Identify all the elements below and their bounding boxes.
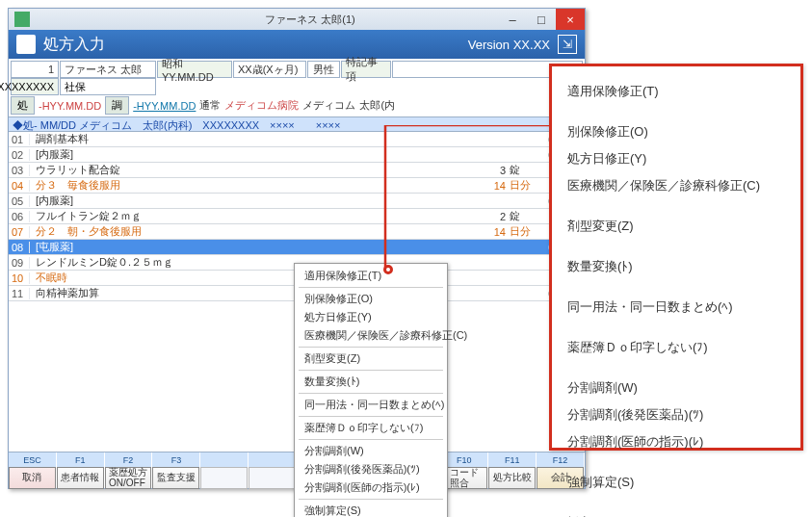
context-menu-item[interactable]: 分割調剤(W): [295, 442, 447, 460]
row-qty: 14: [450, 180, 508, 192]
version-label: Version XX.XX: [468, 38, 550, 52]
patient-dob: 昭和YY.MM.DD: [157, 61, 232, 78]
context-menu-item[interactable]: 分割調剤(後発医薬品)(ﾂ): [295, 460, 447, 478]
enlarged-menu-item: 分割調剤(後発医薬品)(ﾂ): [562, 401, 791, 428]
avatar-icon: [16, 35, 36, 54]
enlarged-menu-item: 挿入(I): [562, 509, 791, 517]
enlarged-menu-item: 適用保険修正(T): [562, 78, 791, 105]
row-unit: 日分: [508, 224, 546, 239]
enlarged-menu-item: 別保険修正(O): [562, 118, 791, 145]
fkey-label: F11: [488, 452, 537, 467]
hospital: メディコム病院: [224, 98, 299, 113]
note-label: 特記事項: [341, 61, 391, 78]
row-unit: 錠: [508, 209, 546, 223]
fkey-label: F2: [105, 452, 153, 467]
pill-tyo: 調: [105, 96, 129, 115]
fkey-label: [200, 452, 249, 467]
row-desc: [屯服薬]: [30, 240, 450, 254]
prescription-line: 処 -HYY.MM.DD 調 -HYY.MM.DD 通常 メディコム病院 メディ…: [9, 96, 585, 116]
fkey-label: ESC: [9, 452, 57, 467]
row-qty: 3: [450, 165, 508, 176]
enlarged-menu-item: 薬歴簿Ｄｏ印字しない(ﾌ): [562, 334, 791, 361]
table-row[interactable]: 05[内服薬](内): [9, 194, 585, 209]
doctor: 太郎(内: [359, 98, 395, 113]
context-menu-item[interactable]: 処方日修正(Y): [295, 308, 447, 326]
patient-name: ファーネス 太郎: [60, 61, 156, 78]
table-row[interactable]: 03ウラリット配合錠3錠: [9, 163, 585, 178]
context-menu-item[interactable]: 医療機関／保険医／診療科修正(C): [295, 326, 447, 345]
enlarged-menu-inner: 適用保険修正(T)別保険修正(O)処方日修正(Y)医療機関／保険医／診療科修正(…: [552, 66, 800, 517]
context-menu-item[interactable]: 強制算定(S): [295, 502, 447, 517]
table-row[interactable]: 06フルイトラン錠２ｍｇ2錠: [9, 209, 585, 224]
app-icon: [14, 12, 30, 27]
fkey-button[interactable]: 監査支援: [152, 467, 199, 489]
maximize-button[interactable]: □: [527, 9, 556, 30]
fkey-label: F1: [57, 452, 105, 467]
enlarged-menu-item: 同一用法・同一日数まとめ(ﾍ): [562, 294, 791, 321]
row-desc: 分３ 毎食後服用: [30, 178, 450, 193]
patient-no: 1: [11, 61, 59, 78]
enlarged-menu-item: 数量変換(ﾄ): [562, 253, 791, 280]
row-line-no: 09: [9, 257, 30, 269]
context-menu: 適用保険修正(T)別保険修正(O)処方日修正(Y)医療機関／保険医／診療科修正(…: [294, 263, 448, 517]
table-row[interactable]: 08[屯服薬](屯): [9, 240, 585, 255]
enlarged-menu-item: 分割調剤(医師の指示)(ﾚ): [562, 428, 791, 455]
tyo-date: -HYY.MM.DD: [133, 100, 196, 112]
enlarged-menu-item: 強制算定(S): [562, 469, 791, 496]
row-line-no: 07: [9, 226, 30, 238]
enlarged-menu-item: 処方日修正(Y): [562, 145, 791, 172]
ins-code: XXXXXXXX: [11, 78, 59, 95]
table-row[interactable]: 01調剤基本料(基A): [9, 132, 585, 147]
header-bar: 処方入力 Version XX.XX ⇲: [9, 30, 585, 59]
rx-date: -HYY.MM.DD: [39, 100, 101, 112]
context-menu-item[interactable]: 別保険修正(O): [295, 290, 447, 308]
context-menu-item[interactable]: 適用保険修正(T): [295, 267, 447, 285]
row-line-no: 11: [9, 288, 30, 299]
fkey-button[interactable]: 処方比較: [488, 467, 536, 489]
row-line-no: 06: [9, 211, 30, 222]
callout-dot-icon: [383, 265, 393, 274]
row-desc: フルイトラン錠２ｍｇ: [30, 209, 450, 223]
enlarged-menu-item: 剤型変更(Z): [562, 213, 791, 240]
dept: メディコム: [302, 98, 355, 113]
context-menu-item[interactable]: 数量変換(ﾄ): [295, 373, 447, 391]
table-row[interactable]: 04分３ 毎食後服用14日分: [9, 178, 585, 194]
row-desc: [内服薬]: [30, 147, 450, 162]
patient-sex: 男性: [307, 61, 340, 78]
fkey-button[interactable]: 薬歴処方ON/OFF: [105, 467, 152, 489]
row-line-no: 04: [9, 180, 30, 192]
context-menu-item[interactable]: 薬歴簿Ｄｏ印字しない(ﾌ): [295, 419, 447, 437]
row-qty: 14: [450, 226, 508, 238]
fkey-button: [200, 467, 248, 489]
row-line-no: 10: [9, 272, 30, 284]
enlarged-menu-item: 医療機関／保険医／診療科修正(C): [562, 172, 791, 199]
minimize-button[interactable]: –: [498, 9, 527, 30]
context-menu-item[interactable]: 分割調剤(医師の指示)(ﾚ): [295, 478, 447, 497]
table-row[interactable]: 07分２ 朝・夕食後服用14日分: [9, 224, 585, 240]
screen-title: 処方入力: [43, 35, 468, 55]
row-unit: 錠: [508, 163, 546, 177]
fkey-button[interactable]: 取消: [9, 467, 56, 489]
patient-age: XX歳(Xヶ月): [233, 61, 306, 78]
ins-type: 社保: [60, 78, 156, 95]
context-menu-item[interactable]: 同一用法・同一日数まとめ(ﾍ): [295, 396, 447, 414]
patient-row-1: 1 ファーネス 太郎 昭和YY.MM.DD XX歳(Xヶ月) 男性 特記事項: [9, 59, 585, 78]
row-line-no: 01: [9, 134, 30, 145]
row-unit: 日分: [508, 178, 546, 193]
fkey-button[interactable]: 患者情報: [57, 467, 104, 489]
row-desc: ウラリット配合錠: [30, 163, 450, 177]
row-qty: 2: [450, 211, 508, 222]
expand-button[interactable]: ⇲: [558, 35, 577, 54]
status: 通常: [199, 98, 221, 113]
row-desc: 調剤基本料: [30, 132, 450, 146]
context-menu-item[interactable]: 剤型変更(Z): [295, 349, 447, 368]
row-desc: 分２ 朝・夕食後服用: [30, 224, 450, 239]
fkey-label: [249, 452, 297, 467]
row-line-no: 08: [9, 242, 30, 253]
pill-rx: 処: [11, 96, 35, 115]
close-button[interactable]: ×: [556, 9, 585, 30]
row-desc: [内服薬]: [30, 194, 450, 208]
table-row[interactable]: 02[内服薬](内): [9, 147, 585, 163]
detail-bar: ◆処- MM/DD メディコム 太郎(内科) XXXXXXXX ×××× ×××…: [9, 116, 585, 132]
title-bar: ファーネス 太郎(1) – □ ×: [9, 9, 585, 30]
